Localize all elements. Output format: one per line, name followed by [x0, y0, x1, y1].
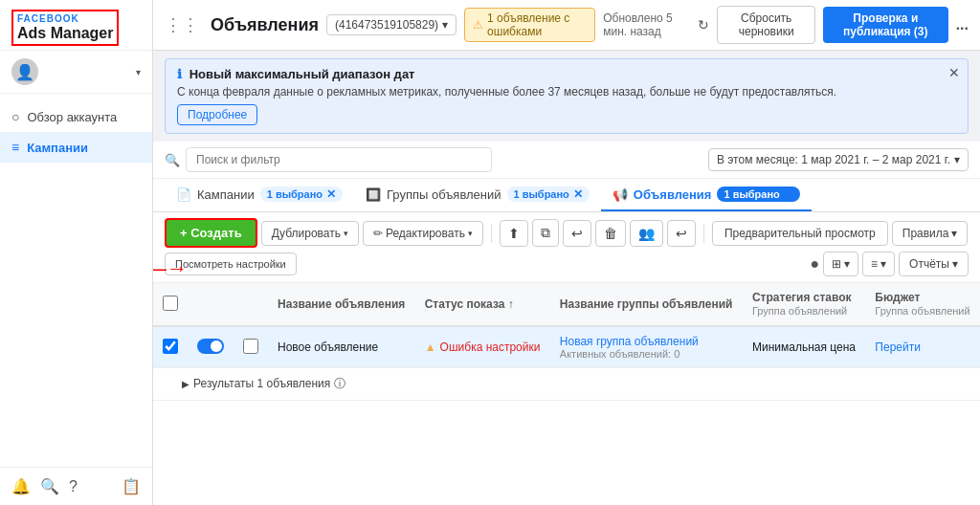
- overview-icon: ○: [11, 109, 19, 124]
- sidebar-avatar-row[interactable]: 👤 ▾: [0, 51, 152, 94]
- col-budget: Бюджет Группа объявлений: [865, 283, 980, 326]
- rules-button[interactable]: Правила ▾: [892, 221, 969, 246]
- discard-button[interactable]: Сбросить черновики: [717, 6, 815, 44]
- grid-dots-icon: ⋮⋮: [165, 14, 199, 35]
- adset-sub: Активных объявлений: 0: [560, 348, 733, 360]
- reports-label: Отчёты: [909, 257, 949, 271]
- search-icon: 🔍: [165, 153, 180, 167]
- expand-results[interactable]: ▶ Результаты 1 объявления ⓘ: [163, 376, 970, 392]
- expand-row: ▶ Результаты 1 объявления ⓘ: [153, 368, 980, 401]
- delete-icon-button[interactable]: 🗑: [595, 220, 626, 247]
- tab-adsets[interactable]: 🔲 Группы объявлений 1 выбрано ✕: [354, 179, 601, 211]
- campaigns-tab-icon: 📄: [176, 187, 191, 202]
- col-adset: Название группы объявлений: [550, 283, 743, 326]
- campaigns-tab-close-icon[interactable]: ✕: [326, 187, 336, 201]
- logo-box: FACEBOOK Ads Manager: [11, 10, 119, 46]
- close-icon[interactable]: ✕: [948, 65, 960, 80]
- budget: Перейти: [865, 326, 980, 368]
- sidebar-item-campaigns[interactable]: ≡ Кампании: [0, 132, 152, 163]
- account-selector[interactable]: (416473519105829) ▾: [326, 14, 457, 35]
- tab-campaigns[interactable]: 📄 Кампании 1 выбрано ✕: [165, 179, 354, 211]
- adset-link[interactable]: Новая группа объявлений: [560, 335, 733, 348]
- col-name: Название объявления: [268, 283, 415, 326]
- date-filter[interactable]: В этом месяце: 1 мар 2021 г. – 2 мар 202…: [708, 148, 969, 171]
- breakdown-icon: ≡: [871, 257, 878, 271]
- preview-button[interactable]: Предварительный просмотр: [712, 221, 888, 246]
- status-badge: ▲ Ошибка настройки: [425, 340, 541, 354]
- toolbar-right: ● ⊞ ▾ ≡ ▾ Отчёты ▾: [810, 252, 969, 276]
- export-icon-button[interactable]: ⬆: [500, 220, 528, 247]
- share-icon-button[interactable]: ↩: [667, 220, 696, 247]
- search-input[interactable]: [186, 147, 492, 172]
- row-toggle[interactable]: [197, 339, 224, 354]
- ads-tab-close-icon[interactable]: ✕: [784, 187, 793, 201]
- facebook-label: FACEBOOK: [17, 13, 113, 24]
- more-icon[interactable]: ...: [956, 16, 969, 33]
- columns-button[interactable]: ⊞ ▾: [823, 252, 858, 276]
- sidebar-item-label-overview: Обзор аккаунта: [27, 110, 117, 124]
- bell-icon[interactable]: 🔔: [11, 477, 31, 495]
- reports-button[interactable]: Отчёты ▾: [899, 252, 969, 276]
- dot-toggle-icon[interactable]: ●: [810, 255, 819, 273]
- date-filter-label: В этом месяце: 1 мар 2021 г. – 2 мар 202…: [717, 153, 950, 166]
- add-user-icon-button[interactable]: 👥: [630, 220, 663, 247]
- edit-label: Редактировать: [386, 227, 465, 240]
- tab-ads[interactable]: 📢 Объявления 1 выбрано ✕: [601, 179, 812, 211]
- col-bid: Стратегия ставок Группа объявлений: [743, 283, 865, 326]
- publish-button[interactable]: Проверка и публикация (3): [823, 7, 948, 43]
- campaigns-icon: ≡: [11, 140, 19, 155]
- sidebar-item-overview[interactable]: ○ Обзор аккаунта: [0, 101, 152, 132]
- sidebar-item-label-campaigns: Кампании: [27, 141, 88, 155]
- sidebar-nav: ○ Обзор аккаунта ≡ Кампании: [0, 94, 152, 467]
- top-bar: ⋮⋮ Объявления (416473519105829) ▾ ⚠ 1 об…: [153, 0, 980, 51]
- table-container: Название объявления Статус показа ↑ Назв…: [153, 283, 980, 505]
- columns-chevron-icon: ▾: [844, 257, 850, 271]
- notification-bar: ℹ Новый максимальный диапазон дат С конц…: [165, 58, 969, 134]
- row-checkbox[interactable]: [163, 339, 178, 354]
- ads-tab-label: Объявления: [634, 187, 712, 202]
- toolbar: + Создать Дублировать ▾ ✏ Редактировать …: [153, 212, 980, 283]
- sidebar-logo: FACEBOOK Ads Manager: [0, 0, 152, 51]
- account-chevron-icon: ▾: [442, 18, 448, 32]
- error-badge: ⚠ 1 объявление с ошибками: [464, 8, 595, 42]
- notif-link[interactable]: Подробнее: [177, 104, 257, 125]
- bid-strategy: Минимальная цена: [743, 326, 865, 368]
- breakdown-button[interactable]: ≡ ▾: [862, 252, 895, 276]
- view-settings-label: Посмотреть настройки: [175, 258, 286, 270]
- sidebar: FACEBOOK Ads Manager 👤 ▾ ○ Обзор аккаунт…: [0, 0, 153, 505]
- row-select-checkbox[interactable]: [243, 339, 258, 354]
- campaigns-tab-label: Кампании: [197, 187, 255, 202]
- search-icon[interactable]: 🔍: [40, 477, 59, 495]
- select-all-checkbox[interactable]: [163, 296, 178, 311]
- date-chevron-icon: ▾: [954, 153, 960, 166]
- main-content: ⋮⋮ Объявления (416473519105829) ▾ ⚠ 1 об…: [153, 0, 980, 505]
- table-row: Новое объявление ▲ Ошибка настройки Нова…: [153, 326, 980, 368]
- toolbar-separator: [491, 224, 492, 243]
- account-id: (416473519105829): [335, 18, 438, 32]
- ads-table: Название объявления Статус показа ↑ Назв…: [153, 283, 980, 401]
- info-icon: ℹ: [177, 67, 182, 81]
- help-icon[interactable]: ?: [69, 478, 78, 495]
- ad-name: Новое объявление: [268, 326, 415, 368]
- ads-tab-badge: 1 выбрано ✕: [717, 187, 799, 202]
- tabs-row: 📄 Кампании 1 выбрано ✕ 🔲 Группы объявлен…: [153, 179, 980, 212]
- reports-chevron-icon: ▾: [952, 257, 958, 271]
- notif-text: С конца февраля данные о рекламных метри…: [177, 85, 956, 99]
- warning-triangle-icon: ▲: [425, 340, 436, 354]
- avatar: 👤: [11, 58, 38, 85]
- columns-icon: ⊞: [832, 257, 841, 271]
- error-label: 1 объявление с ошибками: [487, 11, 587, 38]
- undo-icon-button[interactable]: ↩: [563, 220, 591, 247]
- refresh-icon[interactable]: ↻: [698, 17, 709, 33]
- edit-button[interactable]: ✏ Редактировать ▾: [363, 221, 483, 246]
- duplicate-button[interactable]: Дублировать ▾: [261, 221, 359, 246]
- notif-title: ℹ Новый максимальный диапазон дат: [177, 67, 956, 81]
- breakdown-chevron-icon: ▾: [880, 257, 886, 271]
- clipboard-icon[interactable]: 📋: [122, 477, 141, 495]
- adsets-tab-close-icon[interactable]: ✕: [573, 187, 583, 201]
- copy-icon-button[interactable]: ⧉: [532, 219, 559, 247]
- search-bar: 🔍 В этом месяце: 1 мар 2021 г. – 2 мар 2…: [153, 142, 980, 179]
- sidebar-bottom: 🔔 🔍 ? 📋: [0, 467, 152, 505]
- rules-chevron-icon: ▾: [951, 227, 957, 240]
- create-button[interactable]: + Создать: [165, 218, 257, 248]
